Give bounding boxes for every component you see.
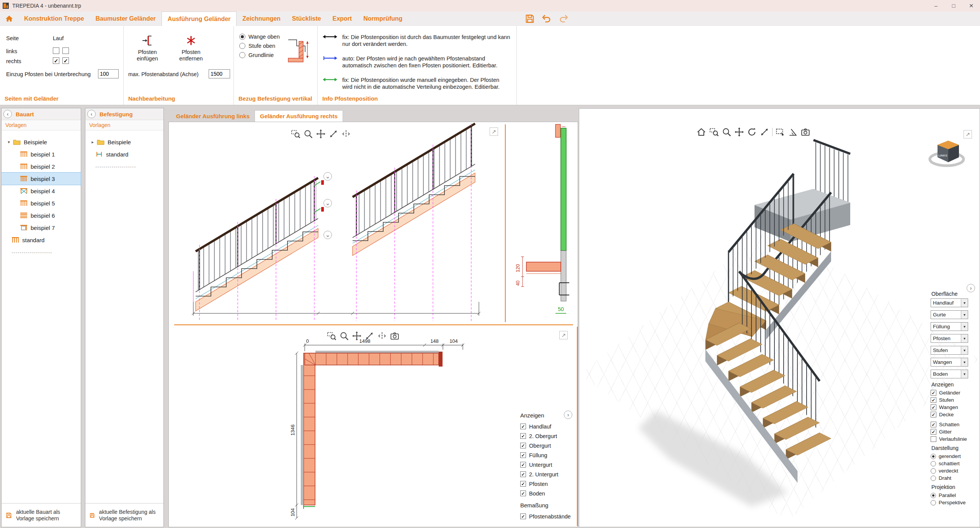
surface-select-fuellung[interactable]: Füllung▾ (931, 322, 968, 331)
display-option-handlauf[interactable]: Handlauf (520, 422, 575, 431)
camera-button[interactable] (390, 331, 400, 341)
rechts-checkbox-2[interactable] (62, 57, 69, 64)
collapse-anzeigen-button[interactable]: › (564, 411, 572, 419)
insert-post-chevron-button[interactable]: ⌄ (323, 231, 332, 239)
zoom-fit-button[interactable] (364, 331, 374, 341)
display-option-2-obergurt[interactable]: 2. Obergurt (520, 431, 575, 441)
display-option-fuellung[interactable]: Füllung (520, 450, 575, 460)
display-option-2-untergurt[interactable]: 2. Untergurt (520, 469, 575, 479)
tree-item-beispiel-7[interactable]: beispiel 7 (2, 222, 81, 234)
undo-button[interactable] (541, 13, 552, 24)
collapse-triangle-icon[interactable]: ▾ (6, 140, 11, 145)
show-gitter[interactable]: Gitter (931, 428, 972, 435)
radio-wange-oben[interactable]: Wange oben (239, 34, 280, 40)
pan-button[interactable] (316, 129, 326, 139)
display-option-boden[interactable]: Boden (520, 489, 575, 498)
tree-item-standard[interactable]: standard (2, 234, 81, 246)
insert-post-chevron-button[interactable]: ⌄ (323, 199, 332, 207)
minimize-button[interactable]: – (927, 0, 945, 11)
plan-view-canvas[interactable]: 0 1498 148 104 1346 104 (169, 326, 519, 527)
home-tab[interactable] (0, 11, 18, 26)
redo-button[interactable] (558, 13, 569, 24)
tree-folder-beispiele[interactable]: ▸ Beispiele (85, 136, 163, 148)
rotate-button[interactable] (747, 127, 757, 137)
collapse-panel-button[interactable]: ‹ (87, 110, 96, 118)
section-line-button[interactable] (377, 331, 387, 341)
angle-measure-button[interactable] (788, 127, 798, 137)
surface-select-gurte[interactable]: Gurte▾ (931, 310, 968, 319)
tab-stueckliste[interactable]: Stückliste (286, 11, 327, 26)
links-checkbox-1[interactable] (53, 47, 59, 54)
show-stufen[interactable]: Stufen (931, 396, 972, 404)
tab-zeichnungen[interactable]: Zeichnungen (237, 11, 286, 26)
checkbox[interactable] (520, 452, 526, 458)
pfosten-einfuegen-button[interactable]: Pfosten einfügen (129, 34, 166, 62)
expand-view-button[interactable]: ↗ (490, 127, 498, 136)
zoom-fit-button[interactable] (760, 127, 769, 137)
checkbox[interactable] (931, 412, 936, 417)
einzug-input[interactable] (98, 69, 119, 78)
zoom-window-button[interactable] (291, 129, 301, 139)
expand-triangle-icon[interactable]: ▸ (90, 140, 95, 145)
show-verlaufslinie[interactable]: Verlaufslinie (931, 435, 972, 443)
section-line-button[interactable] (341, 129, 351, 139)
checkbox[interactable] (520, 481, 526, 487)
display-option-obergurt[interactable]: Obergurt (520, 441, 575, 450)
checkbox[interactable] (520, 433, 526, 439)
checkbox[interactable] (520, 491, 526, 496)
navigation-cube[interactable]: LINKS (928, 134, 968, 174)
save-button[interactable] (524, 13, 535, 24)
tab-ausfuehrung-gelaender[interactable]: Ausführung Geländer (162, 11, 237, 26)
pan-button[interactable] (734, 127, 744, 137)
radio-grundlinie[interactable]: Grundlinie (239, 52, 274, 58)
viewer-3d[interactable]: ↗ LINKS › Oberfläche Handlauf▾ Gurte▾ Fü… (579, 108, 980, 527)
surface-select-boden[interactable]: Boden▾ (931, 370, 968, 378)
dimension-option-pfostenabstaende[interactable]: Pfostenabstände (520, 512, 575, 521)
close-button[interactable]: ✕ (962, 0, 980, 11)
checkbox[interactable] (931, 436, 936, 442)
zoom-button[interactable] (339, 331, 349, 341)
collapse-panel-button[interactable]: ‹ (3, 110, 12, 118)
tab-gelaender-rechts[interactable]: Geländer Ausführung rechts (255, 110, 343, 122)
show-decke[interactable]: Decke (931, 411, 972, 418)
radio-stufe-oben[interactable]: Stufe oben (239, 43, 275, 49)
tree-item-beispiel-6[interactable]: beispiel 6 (2, 209, 81, 222)
dropdown-arrow-icon[interactable]: ▾ (961, 323, 968, 331)
surface-select-wangen[interactable]: Wangen▾ (931, 358, 968, 367)
dropdown-arrow-icon[interactable]: ▾ (961, 299, 968, 307)
surface-select-handlauf[interactable]: Handlauf▾ (931, 298, 968, 307)
checkbox[interactable] (931, 397, 936, 403)
tree-folder-beispiele[interactable]: ▾ Beispiele (2, 136, 81, 148)
select-box-button[interactable] (775, 127, 785, 137)
dropdown-arrow-icon[interactable]: ▾ (961, 370, 968, 378)
tab-normpruefung[interactable]: Normprüfung (358, 11, 408, 26)
tree-item-standard[interactable]: standard (85, 148, 163, 160)
save-bauart-template-button[interactable]: aktuelle Bauart als Vorlage speichern (2, 503, 81, 527)
zoom-button[interactable] (722, 127, 732, 137)
tab-baumuster-gelaender[interactable]: Baumuster Geländer (90, 11, 161, 26)
rechts-checkbox-1[interactable] (53, 57, 59, 64)
show-wangen[interactable]: Wangen (931, 404, 972, 411)
zoom-button[interactable] (303, 129, 313, 139)
checkbox[interactable] (520, 462, 526, 468)
checkbox[interactable] (931, 429, 936, 435)
side-elevation-canvas[interactable] (169, 122, 505, 324)
dropdown-arrow-icon[interactable]: ▾ (961, 358, 968, 366)
checkbox[interactable] (931, 404, 936, 410)
zoom-fit-button[interactable] (328, 129, 338, 139)
show-schatten[interactable]: Schatten (931, 421, 972, 428)
render-mode-draht[interactable]: Draht (931, 474, 972, 482)
tree-item-beispiel-5[interactable]: beispiel 5 (2, 197, 81, 209)
checkbox[interactable] (520, 443, 526, 448)
section-view-canvas[interactable]: 120 40 50 (506, 122, 578, 324)
tab-export[interactable]: Export (327, 11, 358, 26)
display-option-pfosten[interactable]: Pfosten (520, 479, 575, 489)
tree-item-beispiel-4[interactable]: beispiel 4 (2, 185, 81, 197)
tree-item-beispiel-2[interactable]: beispiel 2 (2, 160, 81, 173)
display-option-untergurt[interactable]: Untergurt (520, 460, 575, 469)
expand-view-button[interactable]: ↗ (559, 331, 568, 339)
projection-parallel[interactable]: Parallel (931, 492, 972, 499)
render-mode-verdeckt[interactable]: verdeckt (931, 467, 972, 474)
render-mode-gerendert[interactable]: gerendert (931, 453, 972, 460)
checkbox[interactable] (520, 513, 526, 519)
